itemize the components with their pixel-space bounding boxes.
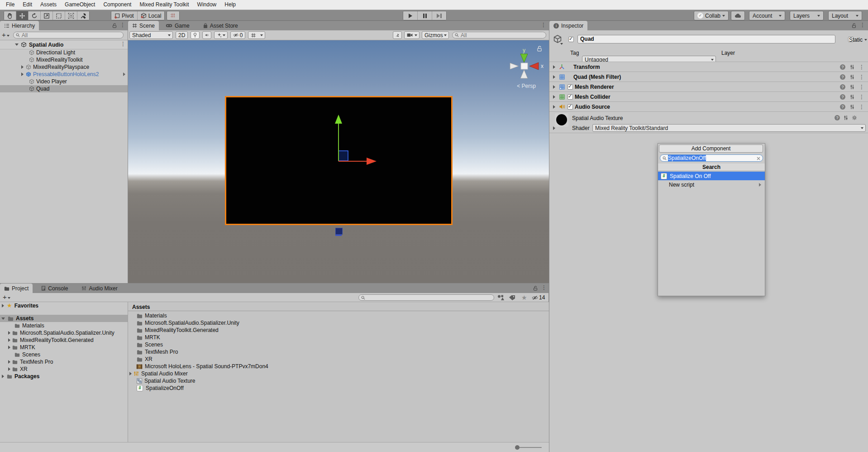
menu-mixed-reality-toolkit[interactable]: Mixed Reality Toolkit: [135, 0, 193, 10]
help-icon[interactable]: [835, 115, 840, 120]
component-menu-kebab[interactable]: [859, 85, 864, 89]
component-audio-source[interactable]: Audio Source: [549, 101, 868, 111]
menu-edit[interactable]: Edit: [19, 0, 36, 10]
lighting-toggle-button[interactable]: [191, 31, 200, 39]
local-toggle-button[interactable]: Local: [138, 11, 165, 20]
collab-button[interactable]: ✓ Collab: [694, 11, 728, 20]
tree-favorites[interactable]: ★ Favorites: [0, 302, 128, 309]
scene-search-input[interactable]: All: [452, 32, 546, 38]
menu-window[interactable]: Window: [193, 0, 221, 10]
shader-dropdown[interactable]: Mixed Reality Toolkit/Standard: [592, 124, 866, 132]
fold-arrow[interactable]: [8, 346, 10, 349]
component-mesh-filter[interactable]: Quad (Mesh Filter): [549, 72, 868, 82]
help-icon[interactable]: [840, 64, 845, 70]
layers-dropdown[interactable]: Layers: [790, 11, 823, 20]
component-mesh-renderer[interactable]: Mesh Renderer: [549, 82, 868, 91]
asset-spatializeonoff-script[interactable]: SpatializeOnOff: [128, 385, 549, 392]
tab-project[interactable]: Project: [0, 284, 33, 293]
asset-scenes[interactable]: Scenes: [128, 341, 549, 348]
component-menu-kebab[interactable]: [859, 75, 864, 79]
tree-mixedrealitytoolkit-generated[interactable]: MixedRealityToolkit.Generated: [0, 337, 128, 344]
thumbnail-size-slider-knob[interactable]: [515, 445, 520, 450]
audio-gizmo-icon[interactable]: [335, 228, 343, 235]
gameobject-icon-caret[interactable]: [560, 43, 563, 45]
component-search-input[interactable]: SpatializeOnOff: [660, 154, 763, 162]
tree-mrtk[interactable]: MRTK: [0, 344, 128, 351]
asset-spatial-audio-mixer[interactable]: Spatial Audio Mixer: [128, 370, 549, 377]
fold-arrow[interactable]: [129, 372, 132, 375]
audio-toggle-button[interactable]: [202, 31, 211, 39]
material-preview-thumbnail[interactable]: [555, 113, 568, 127]
hand-tool-button[interactable]: [4, 11, 16, 20]
scene-menu-kebab[interactable]: [120, 42, 126, 46]
custom-tool-button[interactable]: [77, 11, 89, 20]
component-menu-kebab[interactable]: [859, 105, 864, 109]
hierarchy-item-video-player[interactable]: Video Player: [0, 78, 128, 85]
fold-arrow[interactable]: [553, 65, 555, 69]
component-enabled-checkbox[interactable]: [568, 84, 573, 90]
transform-tool-button[interactable]: [65, 11, 77, 20]
tab-inspector[interactable]: Inspector: [549, 21, 587, 30]
asset-microsoft-spatialaudio[interactable]: Microsoft.SpatialAudio.Spatializer.Unity: [128, 319, 549, 327]
create-object-caret[interactable]: [7, 35, 10, 37]
menu-assets[interactable]: Assets: [36, 0, 61, 10]
hierarchy-item-directional-light[interactable]: Directional Light: [0, 49, 128, 56]
hierarchy-search-input[interactable]: All: [13, 32, 124, 38]
project-lock-icon[interactable]: [533, 286, 538, 291]
presets-icon[interactable]: [849, 104, 855, 110]
effects-dropdown-button[interactable]: [214, 31, 228, 39]
project-menu-kebab[interactable]: [541, 285, 547, 290]
grid-snap-button[interactable]: [167, 11, 179, 20]
fold-arrow[interactable]: [2, 375, 4, 378]
hierarchy-item-quad-selected[interactable]: Quad: [0, 85, 128, 92]
inspector-lock-icon[interactable]: [852, 23, 856, 28]
gear-icon[interactable]: [852, 115, 857, 120]
pause-button[interactable]: [418, 11, 432, 20]
hierarchy-lock-icon[interactable]: [112, 23, 117, 28]
result-spatialize-on-off[interactable]: Spatialize On Off: [658, 172, 765, 180]
rect-tool-button[interactable]: [53, 11, 65, 20]
search-by-label-button[interactable]: [509, 295, 515, 300]
tab-hierarchy[interactable]: Hierarchy: [0, 21, 39, 30]
scene-tools-button[interactable]: [393, 31, 402, 39]
asset-hololens-spatial-sound-video[interactable]: Microsoft HoloLens - Spatial Sound-PTPvx…: [128, 363, 549, 370]
component-enabled-checkbox[interactable]: [568, 94, 573, 100]
hierarchy-menu-kebab[interactable]: [120, 23, 125, 27]
help-icon[interactable]: [840, 104, 845, 110]
asset-spatial-audio-texture[interactable]: Spatial Audio Texture: [128, 377, 549, 385]
fold-arrow[interactable]: [1, 317, 5, 320]
presets-icon[interactable]: [849, 84, 855, 90]
component-menu-kebab[interactable]: [859, 65, 864, 69]
shading-mode-dropdown[interactable]: Shaded: [129, 31, 173, 39]
inspector-menu-kebab[interactable]: [860, 23, 865, 27]
presets-icon[interactable]: [843, 115, 849, 120]
fold-arrow[interactable]: [2, 304, 4, 308]
viewport-lock-icon[interactable]: [537, 46, 542, 52]
tree-assets-selected[interactable]: Assets: [0, 315, 128, 322]
tab-console[interactable]: Console: [37, 284, 72, 293]
menu-file[interactable]: File: [2, 0, 19, 10]
account-dropdown[interactable]: Account: [749, 11, 785, 20]
play-button[interactable]: [403, 11, 418, 20]
clear-search-icon[interactable]: [757, 157, 760, 160]
prefab-open-chevron[interactable]: [123, 72, 125, 76]
tab-asset-store[interactable]: Asset Store: [199, 21, 242, 30]
asset-materials[interactable]: Materials: [128, 312, 549, 319]
grid-visibility-dropdown[interactable]: [248, 31, 265, 39]
fold-arrow[interactable]: [21, 65, 24, 69]
fold-arrow[interactable]: [21, 72, 24, 76]
component-mesh-collider[interactable]: Mesh Collider: [549, 91, 868, 101]
camera-settings-dropdown[interactable]: [404, 31, 420, 39]
tab-game[interactable]: Game: [162, 21, 194, 30]
fold-arrow[interactable]: [8, 331, 10, 335]
quad-object-selected[interactable]: [225, 96, 453, 225]
tree-xr[interactable]: XR: [0, 365, 128, 373]
scene-header-row[interactable]: Spatial Audio: [0, 40, 128, 49]
asset-textmesh-pro[interactable]: TextMesh Pro: [128, 348, 549, 356]
component-enabled-checkbox[interactable]: [568, 104, 573, 110]
presets-icon[interactable]: [849, 94, 855, 100]
cloud-button[interactable]: [731, 11, 744, 20]
asset-xr[interactable]: XR: [128, 356, 549, 363]
favorite-search-star-icon[interactable]: ★: [521, 294, 527, 301]
hierarchy-item-pressablebuttonhololens2[interactable]: PressableButtonHoloLens2: [0, 71, 128, 78]
